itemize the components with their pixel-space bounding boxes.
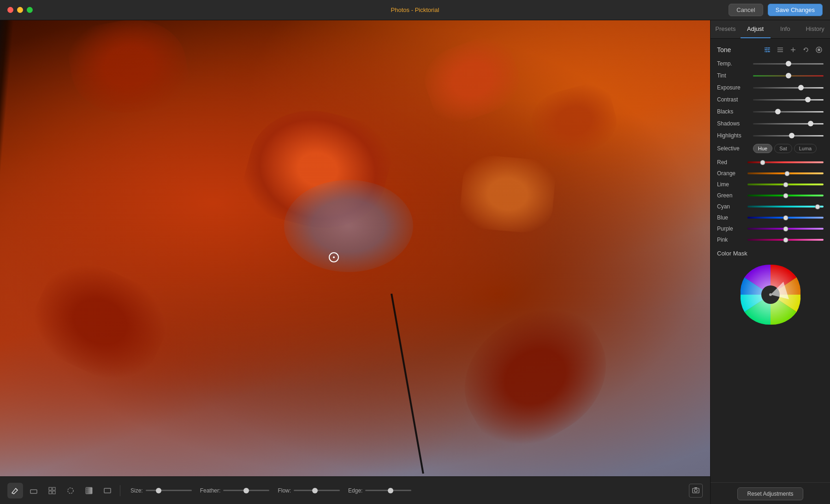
cyan-track (747, 206, 824, 208)
flow-label: Flow: (278, 487, 291, 494)
close-button[interactable] (7, 7, 13, 13)
lime-track-wrap (747, 181, 824, 188)
selective-label: Selective (717, 145, 749, 152)
shadows-thumb[interactable] (808, 121, 813, 126)
tone-sliders: Temp. Tint (717, 60, 824, 139)
red-track (747, 161, 824, 163)
reset-adjustments-button[interactable]: Reset Adjustments (737, 487, 803, 500)
leaf-decoration-6 (458, 153, 557, 235)
add-tone-icon[interactable] (788, 45, 798, 54)
list-view-icon[interactable] (776, 45, 785, 54)
shadows-track (753, 123, 824, 125)
orange-track-wrap (747, 170, 824, 177)
svg-rect-2 (49, 487, 52, 490)
selective-tabs: Hue Sat Luma (753, 144, 817, 153)
app-title-photos: Photos - (391, 6, 415, 13)
purple-thumb[interactable] (783, 226, 788, 231)
tab-presets[interactable]: Presets (711, 20, 741, 38)
pink-thumb[interactable] (783, 237, 788, 243)
feather-slider-wrap (223, 490, 269, 491)
lime-thumb[interactable] (783, 182, 788, 187)
red-label: Red (717, 159, 744, 166)
svg-point-19 (767, 49, 769, 51)
red-thumb[interactable] (760, 160, 765, 165)
lasso-tool-button[interactable] (63, 483, 78, 498)
purple-label: Purple (717, 225, 744, 232)
blacks-slider-wrap (753, 108, 824, 115)
luma-tab[interactable]: Luma (794, 144, 817, 153)
orange-track (747, 172, 824, 174)
edge-slider-wrap (365, 490, 411, 491)
blacks-slider-row: Blacks (717, 108, 824, 115)
blacks-label: Blacks (717, 108, 749, 115)
reset-tone-icon[interactable] (801, 45, 811, 54)
app-title: Photos - Picktorial (391, 6, 439, 13)
photo-canvas (0, 20, 710, 476)
pink-track (747, 239, 824, 241)
tab-history[interactable]: History (800, 20, 830, 38)
toggle-tone-icon[interactable] (814, 45, 824, 54)
svg-rect-3 (53, 487, 55, 490)
leaf-decoration-4 (20, 249, 180, 395)
tint-slider-wrap (753, 72, 824, 79)
eraser-tool-button[interactable] (26, 483, 42, 498)
grid-tool-button[interactable] (44, 483, 60, 498)
edge-slider[interactable] (365, 490, 411, 491)
tab-adjust[interactable]: Adjust (741, 20, 771, 38)
svg-rect-11 (104, 488, 111, 493)
maximize-button[interactable] (27, 7, 33, 13)
exposure-thumb[interactable] (798, 85, 804, 90)
svg-rect-4 (49, 491, 52, 494)
sliders-view-icon[interactable] (763, 45, 772, 54)
toolbar-separator (120, 485, 120, 496)
leaf-decoration-5 (441, 288, 629, 465)
blacks-thumb[interactable] (775, 109, 781, 114)
highlights-track (753, 135, 824, 136)
exposure-slider-wrap (753, 84, 824, 91)
hue-tab[interactable]: Hue (753, 144, 772, 153)
branch-1 (0, 20, 14, 475)
cyan-thumb[interactable] (815, 204, 820, 209)
titlebar: Photos - Picktorial Cancel Save Changes (0, 0, 830, 20)
flow-slider[interactable] (294, 490, 340, 491)
svg-point-30 (769, 293, 772, 296)
highlights-thumb[interactable] (789, 133, 794, 138)
main-layout: Size: Feather: Flow: Edge: (0, 20, 830, 504)
lime-label: Lime (717, 181, 744, 188)
svg-point-20 (765, 51, 767, 53)
cancel-button[interactable]: Cancel (729, 4, 763, 16)
svg-rect-1 (30, 490, 37, 493)
blue-track (747, 217, 824, 219)
contrast-thumb[interactable] (805, 97, 811, 102)
feather-label: Feather: (200, 487, 221, 494)
temp-thumb[interactable] (786, 61, 791, 66)
tint-track (753, 75, 824, 77)
blue-track-wrap (747, 214, 824, 221)
panel-tabs: Presets Adjust Info History (711, 20, 830, 39)
size-slider[interactable] (146, 490, 192, 491)
tint-thumb[interactable] (786, 73, 791, 78)
right-panel: Presets Adjust Info History Tone (710, 20, 830, 504)
rect-tool-button[interactable] (100, 483, 115, 498)
cyan-label: Cyan (717, 203, 744, 210)
canvas-area[interactable]: Size: Feather: Flow: Edge: (0, 20, 710, 504)
tab-info[interactable]: Info (771, 20, 800, 38)
save-changes-button[interactable]: Save Changes (768, 4, 823, 16)
brush-tool-button[interactable] (7, 483, 23, 498)
minimize-button[interactable] (17, 7, 23, 13)
contrast-slider-wrap (753, 96, 824, 103)
orange-thumb[interactable] (784, 171, 789, 176)
color-wheel[interactable] (738, 262, 803, 327)
temp-track (753, 63, 824, 65)
titlebar-actions: Cancel Save Changes (729, 4, 823, 16)
green-track (747, 195, 824, 196)
snapshot-button[interactable] (689, 484, 703, 498)
feather-slider[interactable] (223, 490, 269, 491)
tint-slider-row: Tint (717, 72, 824, 79)
sat-tab[interactable]: Sat (774, 144, 792, 153)
svg-point-18 (766, 47, 768, 49)
gradient-tool-button[interactable] (81, 483, 97, 498)
svg-point-6 (68, 488, 73, 493)
blue-thumb[interactable] (783, 215, 788, 220)
green-thumb[interactable] (783, 193, 788, 198)
